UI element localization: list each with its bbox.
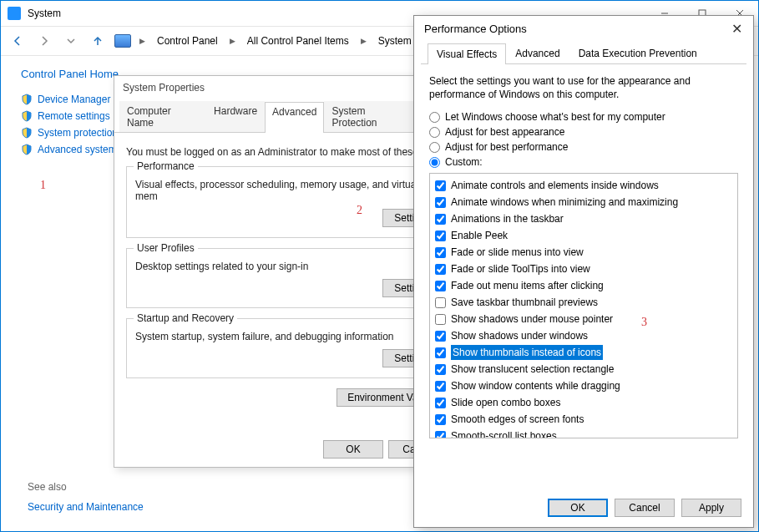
shield-icon xyxy=(21,127,33,139)
crumb-sep-icon: ▶ xyxy=(138,37,147,45)
shield-icon xyxy=(21,94,33,105)
checkbox-input[interactable] xyxy=(435,180,446,191)
checkbox-input[interactable] xyxy=(435,281,446,291)
checkbox-input[interactable] xyxy=(435,331,446,342)
up-button[interactable] xyxy=(88,31,108,51)
back-button[interactable] xyxy=(8,31,28,51)
check-show-translucent-selection-rectangl[interactable]: Show translucent selection rectangle xyxy=(435,361,732,377)
checkbox-input[interactable] xyxy=(435,347,446,358)
crumb-system[interactable]: System xyxy=(375,33,415,48)
checkbox-input[interactable] xyxy=(435,297,446,308)
check-show-thumbnails-instead-of-icons[interactable]: Show thumbnails instead of icons xyxy=(435,344,732,361)
tab-advanced[interactable]: Advanced xyxy=(265,102,324,133)
check-animate-controls-and-elements-insid[interactable]: Animate controls and elements inside win… xyxy=(435,177,732,194)
performance-group: Performance Visual effects, processor sc… xyxy=(126,166,452,238)
radio-input[interactable] xyxy=(429,157,440,168)
tab-visual-effects[interactable]: Visual Effects xyxy=(428,43,506,64)
radio-input[interactable] xyxy=(429,127,440,138)
cancel-button[interactable]: Cancel xyxy=(615,499,675,517)
startup-recovery-group: Startup and Recovery System startup, sys… xyxy=(126,318,452,378)
checkbox-input[interactable] xyxy=(435,197,446,208)
radio-adjust-for-best-performance[interactable]: Adjust for best performance xyxy=(429,141,738,153)
close-button[interactable]: ✕ xyxy=(728,21,745,37)
radio-custom-[interactable]: Custom: xyxy=(429,156,738,168)
crumb-all-items[interactable]: All Control Panel Items xyxy=(244,33,352,48)
checkbox-input[interactable] xyxy=(435,431,446,439)
dialog-title: System Properties xyxy=(114,76,463,99)
dialog-title: Performance Options xyxy=(424,23,527,35)
checkbox-label: Show shadows under windows xyxy=(451,328,588,343)
check-enable-peek[interactable]: Enable Peek xyxy=(435,227,732,244)
task-label: System protection xyxy=(38,127,118,139)
check-smooth-edges-of-screen-fonts[interactable]: Smooth edges of screen fonts xyxy=(435,411,732,428)
performance-options-dialog: Performance Options ✕ Visual EffectsAdva… xyxy=(413,15,754,528)
check-save-taskbar-thumbnail-previews[interactable]: Save taskbar thumbnail previews xyxy=(435,294,732,311)
checkbox-input[interactable] xyxy=(435,231,446,241)
user-profiles-group: User Profiles Desktop settings related t… xyxy=(126,248,452,308)
checkbox-label: Fade out menu items after clicking xyxy=(451,278,604,293)
checkbox-label: Animate controls and elements inside win… xyxy=(451,178,659,193)
ok-button[interactable]: OK xyxy=(323,440,383,459)
crumb-sep-icon: ▶ xyxy=(228,37,237,45)
see-also-label: See also xyxy=(28,481,67,493)
check-animate-windows-when-minimizing-and[interactable]: Animate windows when minimizing and maxi… xyxy=(435,194,732,210)
radio-label: Let Windows choose what's best for my co… xyxy=(445,111,665,123)
annotation-2: 2 xyxy=(357,204,362,217)
radio-input[interactable] xyxy=(429,112,440,123)
radio-label: Custom: xyxy=(445,156,483,168)
group-title: Startup and Recovery xyxy=(134,312,237,324)
shield-icon xyxy=(21,110,33,122)
checkbox-input[interactable] xyxy=(435,414,446,425)
apply-button[interactable]: Apply xyxy=(681,499,741,517)
check-fade-or-slide-menus-into-view[interactable]: Fade or slide menus into view xyxy=(435,244,732,261)
check-smooth-scroll-list-boxes[interactable]: Smooth-scroll list boxes xyxy=(435,428,732,438)
tab-data-execution-prevention[interactable]: Data Execution Prevention xyxy=(569,43,706,63)
group-title: Performance xyxy=(134,160,198,172)
group-desc: System startup, system failure, and debu… xyxy=(135,331,443,342)
checkbox-label: Animate windows when minimizing and maxi… xyxy=(451,195,678,210)
shield-icon xyxy=(21,144,33,155)
crumb-control-panel[interactable]: Control Panel xyxy=(154,33,221,48)
tab-hardware[interactable]: Hardware xyxy=(206,101,265,132)
checkbox-input[interactable] xyxy=(435,364,446,375)
perf-description: Select the settings you want to use for … xyxy=(429,74,738,101)
checkbox-input[interactable] xyxy=(435,264,446,275)
checkbox-label: Smooth edges of screen fonts xyxy=(451,412,584,427)
check-fade-out-menu-items-after-clicking[interactable]: Fade out menu items after clicking xyxy=(435,277,732,294)
radio-label: Adjust for best appearance xyxy=(445,126,564,138)
tab-computer-name[interactable]: Computer Name xyxy=(119,101,206,132)
annotation-3: 3 xyxy=(641,316,647,329)
check-show-window-contents-while-dragging[interactable]: Show window contents while dragging xyxy=(435,377,732,394)
radio-input[interactable] xyxy=(429,142,440,153)
checkbox-label: Fade or slide menus into view xyxy=(451,245,584,260)
check-slide-open-combo-boxes[interactable]: Slide open combo boxes xyxy=(435,394,732,411)
tab-system-protection[interactable]: System Protection xyxy=(324,101,418,132)
checkbox-input[interactable] xyxy=(435,381,446,392)
checkbox-label: Show translucent selection rectangle xyxy=(451,362,614,377)
checkbox-input[interactable] xyxy=(435,214,446,225)
checkbox-label: Show thumbnails instead of icons xyxy=(451,345,603,360)
check-animations-in-the-taskbar[interactable]: Animations in the taskbar xyxy=(435,210,732,227)
checkbox-input[interactable] xyxy=(435,247,446,258)
recent-dropdown[interactable] xyxy=(61,31,81,51)
checkbox-label: Show window contents while dragging xyxy=(451,378,620,393)
check-fade-or-slide-tooltips-into-view[interactable]: Fade or slide ToolTips into view xyxy=(435,261,732,277)
system-icon xyxy=(8,7,21,20)
radio-let-windows-choose-what-s-best[interactable]: Let Windows choose what's best for my co… xyxy=(429,111,738,123)
address-icon xyxy=(114,34,131,48)
checkbox-label: Enable Peek xyxy=(451,228,508,243)
checkbox-input[interactable] xyxy=(435,314,446,325)
admin-note: You must be logged on as an Administrato… xyxy=(126,146,452,158)
forward-button[interactable] xyxy=(34,31,54,51)
check-show-shadows-under-mouse-pointer[interactable]: Show shadows under mouse pointer xyxy=(435,311,732,327)
check-show-shadows-under-windows[interactable]: Show shadows under windows xyxy=(435,327,732,344)
checkbox-label: Show shadows under mouse pointer xyxy=(451,312,613,327)
radio-adjust-for-best-appearance[interactable]: Adjust for best appearance xyxy=(429,126,738,138)
system-properties-dialog: System Properties Computer NameHardwareA… xyxy=(114,75,464,468)
ok-button[interactable]: OK xyxy=(548,499,608,517)
checkbox-input[interactable] xyxy=(435,398,446,408)
visual-effects-checklist[interactable]: 3 Animate controls and elements inside w… xyxy=(429,173,738,438)
checkbox-label: Save taskbar thumbnail previews xyxy=(451,295,598,310)
tab-advanced[interactable]: Advanced xyxy=(506,43,569,63)
security-maintenance-link[interactable]: Security and Maintenance xyxy=(28,501,144,513)
